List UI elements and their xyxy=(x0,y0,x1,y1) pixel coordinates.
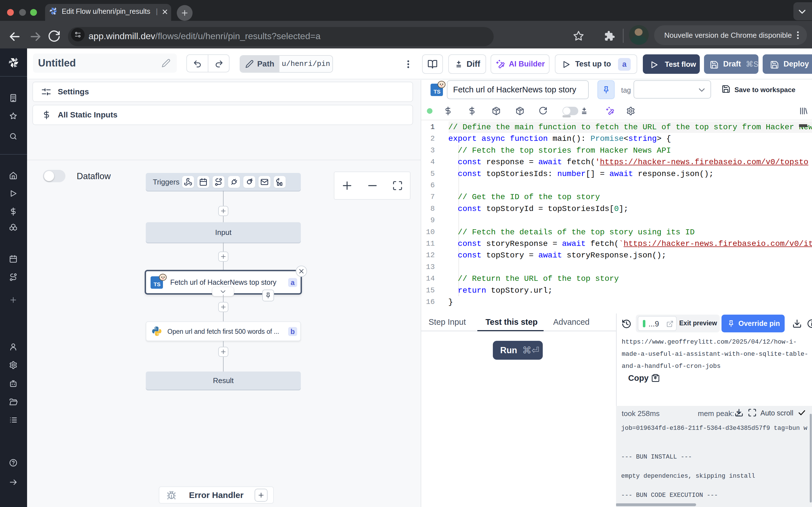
svg-text:TS: TS xyxy=(434,89,441,95)
